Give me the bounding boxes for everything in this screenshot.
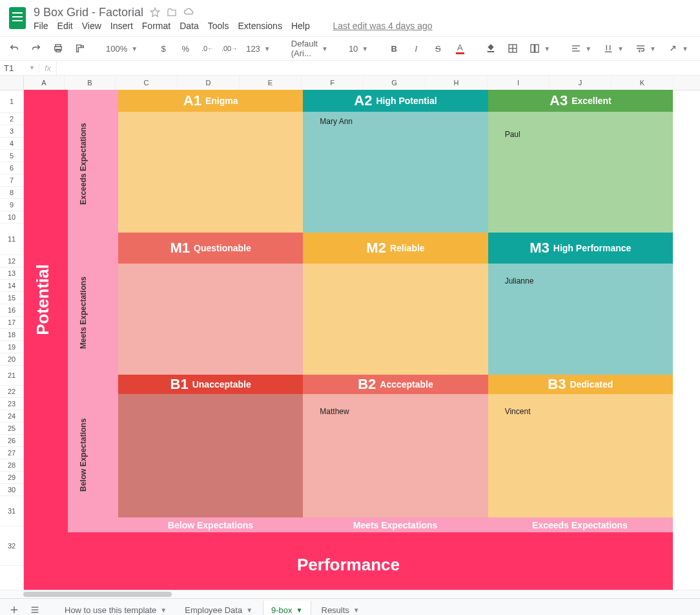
all-sheets-button[interactable] [26, 601, 44, 615]
sheet-tab-employee-data[interactable]: Employee Data▼ [177, 601, 260, 615]
undo-icon[interactable] [5, 41, 23, 56]
employee-name: Vincent [505, 407, 656, 416]
row-header[interactable]: 28 [0, 459, 23, 472]
row-header[interactable]: 20 [0, 353, 23, 366]
row-header[interactable]: 23 [0, 398, 23, 410]
row-header[interactable]: 26 [0, 435, 23, 447]
fill-color-icon[interactable] [482, 41, 500, 56]
row-header[interactable]: 5 [0, 150, 23, 162]
column-header[interactable]: B [65, 76, 116, 90]
italic-button[interactable]: I [407, 41, 425, 56]
row-header[interactable]: 31 [0, 496, 23, 526]
row-header[interactable]: 29 [0, 472, 23, 484]
cloud-status-icon[interactable] [183, 7, 194, 17]
row-header[interactable]: 14 [0, 280, 23, 292]
column-header[interactable]: I [488, 76, 550, 90]
merge-cells-dropdown[interactable]: ▼ [526, 41, 554, 56]
row-header[interactable]: 3 [0, 125, 23, 138]
sheet-tab-results[interactable]: Results▼ [314, 601, 367, 615]
row-header[interactable]: 8 [0, 187, 23, 199]
menu-edit[interactable]: Edit [57, 21, 73, 31]
text-rotation-dropdown[interactable]: ▼ [664, 41, 692, 56]
menu-extensions[interactable]: Extensions [238, 21, 282, 31]
sheet-tab-row: How to use this template▼ Employee Data▼… [0, 598, 700, 615]
menu-view[interactable]: View [82, 21, 101, 31]
menu-data[interactable]: Data [180, 21, 199, 31]
vertical-align-dropdown[interactable]: ▼ [599, 41, 628, 56]
move-icon[interactable] [167, 7, 177, 17]
strikethrough-button[interactable]: S [429, 41, 447, 56]
column-header[interactable]: J [550, 76, 612, 90]
menu-format[interactable]: Format [142, 21, 170, 31]
row-header[interactable]: 10 [0, 211, 23, 224]
row-header[interactable]: 22 [0, 386, 23, 398]
font-dropdown[interactable]: Default (Ari...▼ [287, 41, 332, 56]
row-header[interactable]: 24 [0, 410, 23, 422]
more-formats-dropdown[interactable]: 123▼ [242, 41, 274, 56]
horizontal-align-dropdown[interactable]: ▼ [567, 41, 595, 56]
row-header[interactable]: 12 [0, 255, 23, 267]
row-header[interactable]: 25 [0, 422, 23, 435]
column-header[interactable]: C [116, 76, 178, 90]
font-size-dropdown[interactable]: 10▼ [345, 41, 372, 56]
row-header[interactable]: 13 [0, 267, 23, 280]
row-header[interactable]: 21 [0, 366, 23, 386]
name-box[interactable]: T1▼ [0, 63, 39, 73]
print-icon[interactable] [49, 41, 67, 56]
zoom-dropdown[interactable]: 100%▼ [102, 41, 141, 56]
horizontal-scrollbar[interactable] [0, 590, 700, 598]
spreadsheet-grid[interactable]: 1234567891011121314151617181920212223242… [0, 76, 700, 590]
redo-icon[interactable] [27, 41, 45, 56]
doc-title[interactable]: 9 Box Grid - Factorial [34, 6, 143, 19]
row-header[interactable]: 17 [0, 317, 23, 329]
row-header[interactable]: 27 [0, 447, 23, 459]
add-sheet-button[interactable] [5, 601, 23, 615]
row-header[interactable]: 19 [0, 341, 23, 353]
menu-file[interactable]: File [34, 21, 48, 31]
column-header[interactable]: G [364, 76, 426, 90]
cell-a3: A3Excellent Paul [488, 90, 673, 233]
bold-button[interactable]: B [385, 41, 403, 56]
column-header[interactable]: K [612, 76, 674, 90]
select-all-corner[interactable] [0, 76, 23, 90]
row-header[interactable]: 7 [0, 174, 23, 187]
row-headers: 1234567891011121314151617181920212223242… [0, 76, 24, 590]
row-header[interactable]: 9 [0, 199, 23, 211]
paint-format-icon[interactable] [71, 41, 89, 56]
star-icon[interactable] [150, 7, 160, 17]
row-header[interactable]: 2 [0, 113, 23, 125]
format-as-currency-button[interactable]: $ [154, 41, 172, 56]
menu-insert[interactable]: Insert [110, 21, 133, 31]
column-header[interactable]: D [178, 76, 240, 90]
last-edit-link[interactable]: Last edit was 4 days ago [333, 21, 432, 31]
sheet-tab-9box[interactable]: 9-box▼ [263, 601, 311, 615]
svg-rect-9 [535, 45, 539, 52]
column-header[interactable]: E [240, 76, 302, 90]
increase-decimal-button[interactable]: .00→ [220, 41, 238, 56]
menu-tools[interactable]: Tools [208, 21, 229, 31]
row-header[interactable]: 11 [0, 224, 23, 255]
decrease-decimal-button[interactable]: .0← [198, 41, 216, 56]
menu-help[interactable]: Help [291, 21, 310, 31]
text-color-button[interactable]: A [451, 41, 469, 56]
grid-content: Potential Performance Exceeds Expectatio… [24, 90, 673, 590]
borders-icon[interactable] [504, 41, 522, 56]
sheet-tab-howto[interactable]: How to use this template▼ [57, 601, 174, 615]
row-header[interactable]: 4 [0, 138, 23, 150]
column-header[interactable]: A [24, 76, 65, 90]
column-header[interactable]: H [426, 76, 488, 90]
row-header[interactable]: 6 [0, 162, 23, 174]
row-header[interactable]: 30 [0, 484, 23, 496]
text-wrap-dropdown[interactable]: ▼ [632, 41, 660, 56]
row-header[interactable]: 18 [0, 329, 23, 341]
fx-label: fx [39, 61, 57, 75]
format-as-percent-button[interactable]: % [176, 41, 194, 56]
row-header[interactable]: 15 [0, 292, 23, 304]
column-header[interactable]: F [302, 76, 364, 90]
row-header[interactable]: 1 [0, 90, 23, 113]
nine-box-grid: A1Enigma A2High Potential Mary Ann A3Exc… [118, 90, 673, 517]
row-header[interactable]: 16 [0, 304, 23, 317]
y-axis-label: Potential [33, 264, 53, 335]
row-header[interactable]: 32 [0, 526, 23, 566]
col-label-exceeds: Exceeds Expectations [488, 520, 672, 530]
